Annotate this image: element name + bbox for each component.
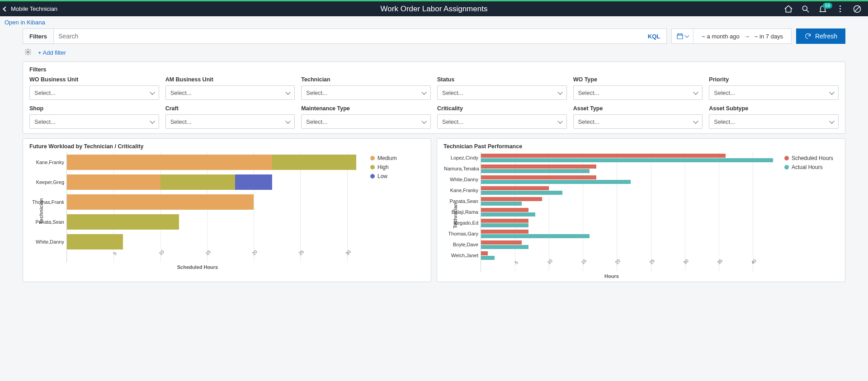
chart-row: Boyle,Dave xyxy=(481,239,780,250)
select-placeholder: Select... xyxy=(170,118,192,125)
filters-panel: Filters WO Business Unit Select... AM Bu… xyxy=(23,61,845,134)
chart-row: Panata,Sean xyxy=(481,196,780,207)
y-tick-label: White,Danny xyxy=(30,239,64,245)
y-tick-label: Regado,Ed xyxy=(444,220,478,226)
calendar-icon[interactable] xyxy=(672,29,693,43)
kql-toggle[interactable]: KQL xyxy=(642,29,666,43)
home-icon[interactable] xyxy=(784,5,793,14)
select-placeholder: Select... xyxy=(714,118,735,125)
y-tick-label: Balaji,Rama xyxy=(444,209,478,215)
date-from: ~ a month ago xyxy=(702,33,739,40)
kibana-link-row: Open in Kibana xyxy=(0,16,868,28)
filters-button[interactable]: Filters xyxy=(23,29,54,43)
filter-select-asset-type[interactable]: Select... xyxy=(573,114,703,129)
filter-select-criticality[interactable]: Select... xyxy=(437,114,567,129)
chart-legend: Medium High Low xyxy=(366,152,425,270)
add-filter-link[interactable]: + Add filter xyxy=(38,49,66,56)
chevron-down-icon xyxy=(286,118,291,123)
bar-segment xyxy=(481,251,488,255)
legend-label: Actual Hours xyxy=(792,164,823,170)
x-tick-label: 5 xyxy=(113,251,118,256)
select-placeholder: Select... xyxy=(170,89,192,96)
filter-select-maintenance-type[interactable]: Select... xyxy=(301,114,431,129)
chevron-down-icon xyxy=(557,118,562,123)
legend-label: High xyxy=(377,164,389,170)
notifications-icon[interactable]: 59 xyxy=(818,5,827,14)
select-placeholder: Select... xyxy=(34,118,56,125)
chart-row: Thomas,Gary xyxy=(481,228,780,239)
chart-row: Panata,Sean xyxy=(67,212,366,232)
arrow-right-icon: → xyxy=(744,33,750,40)
filter-select-shop[interactable]: Select... xyxy=(29,114,159,129)
filter-select-am-business-unit[interactable]: Select... xyxy=(165,85,295,100)
legend-swatch xyxy=(370,165,375,169)
chevron-down-icon xyxy=(150,118,155,123)
y-tick-label: White,Danny xyxy=(444,177,478,182)
date-range-picker[interactable]: ~ a month ago → ~ in 7 days xyxy=(671,28,792,44)
legend-label: Medium xyxy=(377,155,397,161)
chart-row: Lopez,Cindy xyxy=(481,152,780,163)
filter-select-asset-subtype[interactable]: Select... xyxy=(709,114,839,129)
select-placeholder: Select... xyxy=(442,118,463,125)
more-menu-icon[interactable] xyxy=(835,5,844,14)
chevron-down-icon xyxy=(421,118,426,123)
y-tick-label: Panata,Sean xyxy=(30,219,64,225)
bar-segment xyxy=(481,191,562,195)
gear-icon[interactable] xyxy=(24,48,32,57)
open-in-kibana-link[interactable]: Open in Kibana xyxy=(5,19,45,26)
legend-item[interactable]: Scheduled Hours xyxy=(784,155,839,161)
y-tick-label: Lopez,Cindy xyxy=(444,155,478,160)
chart-title: Technician Past Performance xyxy=(443,143,839,150)
refresh-button[interactable]: Refresh xyxy=(796,28,845,44)
search-icon[interactable] xyxy=(801,5,810,14)
chart-row: Keeper,Greg xyxy=(67,172,366,192)
bar-segment xyxy=(481,256,495,260)
chart-row: Welch,Janet xyxy=(481,250,780,261)
query-bar: Filters KQL ~ a month ago → ~ in 7 days … xyxy=(23,28,845,44)
chart-plot: Technician Lopez,Cindy Namura,Tenaka Whi… xyxy=(443,152,780,279)
chevron-down-icon xyxy=(150,89,155,94)
x-axis-label: Scheduled Hours xyxy=(29,264,366,270)
plot-area: Lopez,Cindy Namura,Tenaka White,Danny Ka… xyxy=(481,152,780,272)
filter-select-priority[interactable]: Select... xyxy=(709,85,839,100)
bar-segment xyxy=(67,174,160,190)
filter-label: Craft xyxy=(165,105,295,112)
chart-legend: Scheduled Hours Actual Hours xyxy=(780,152,839,279)
filter-select-technician[interactable]: Select... xyxy=(301,85,431,100)
bar-segment xyxy=(481,197,542,201)
search-input[interactable] xyxy=(54,29,642,43)
bar-segment xyxy=(481,180,631,184)
chevron-down-icon xyxy=(557,89,562,94)
chart-plot: Technician Kane,Franky Keeper,Greg Thoma… xyxy=(29,152,366,270)
filter-select-status[interactable]: Select... xyxy=(437,85,567,100)
filter-select-wo-business-unit[interactable]: Select... xyxy=(29,85,159,100)
bar-segment xyxy=(481,212,535,216)
chart-row: Regado,Ed xyxy=(481,217,780,228)
legend-item[interactable]: High xyxy=(370,164,425,170)
filter-select-wo-type[interactable]: Select... xyxy=(573,85,703,100)
chart-row: Thomas,Frank xyxy=(67,192,366,212)
chart-title: Future Workload by Technician / Critical… xyxy=(29,143,425,150)
legend-item[interactable]: Actual Hours xyxy=(784,164,839,170)
select-placeholder: Select... xyxy=(442,89,463,96)
filter-select-craft[interactable]: Select... xyxy=(165,114,295,129)
bar-segment xyxy=(272,155,356,170)
filter-label: WO Business Unit xyxy=(29,76,159,83)
chart-row: White,Danny xyxy=(481,174,780,185)
compass-icon[interactable] xyxy=(853,5,862,14)
chevron-down-icon xyxy=(829,89,834,94)
legend-item[interactable]: Low xyxy=(370,173,425,179)
chart-card-performance: Technician Past Performance Technician L… xyxy=(437,138,845,282)
bar-segment xyxy=(67,214,179,230)
chevron-down-icon xyxy=(286,89,291,94)
bar-segment xyxy=(481,208,528,212)
chevron-down-icon xyxy=(685,33,689,38)
legend-item[interactable]: Medium xyxy=(370,155,425,161)
bar-segment xyxy=(481,240,522,245)
page-title: Work Order Labor Assignments xyxy=(381,5,488,14)
chart-card-workload: Future Workload by Technician / Critical… xyxy=(23,138,431,282)
bar-segment xyxy=(481,219,528,223)
bar-segment xyxy=(481,169,590,173)
back-button[interactable]: Mobile Technician xyxy=(0,5,57,12)
filter-label: Status xyxy=(437,76,567,83)
